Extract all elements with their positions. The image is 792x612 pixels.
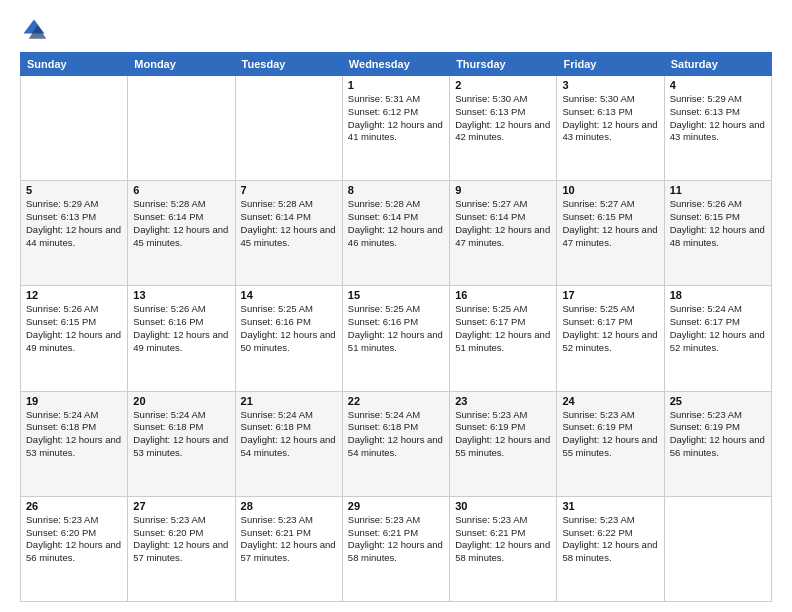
weekday-header-wednesday: Wednesday	[342, 53, 449, 76]
header	[20, 16, 772, 44]
day-info: Sunrise: 5:25 AM Sunset: 6:17 PM Dayligh…	[455, 303, 551, 354]
calendar-cell: 4Sunrise: 5:29 AM Sunset: 6:13 PM Daylig…	[664, 76, 771, 181]
day-info: Sunrise: 5:24 AM Sunset: 6:18 PM Dayligh…	[133, 409, 229, 460]
calendar-cell: 3Sunrise: 5:30 AM Sunset: 6:13 PM Daylig…	[557, 76, 664, 181]
calendar-cell: 1Sunrise: 5:31 AM Sunset: 6:12 PM Daylig…	[342, 76, 449, 181]
calendar-cell: 5Sunrise: 5:29 AM Sunset: 6:13 PM Daylig…	[21, 181, 128, 286]
weekday-header-row: SundayMondayTuesdayWednesdayThursdayFrid…	[21, 53, 772, 76]
calendar-week-2: 5Sunrise: 5:29 AM Sunset: 6:13 PM Daylig…	[21, 181, 772, 286]
day-info: Sunrise: 5:27 AM Sunset: 6:15 PM Dayligh…	[562, 198, 658, 249]
calendar-cell: 18Sunrise: 5:24 AM Sunset: 6:17 PM Dayli…	[664, 286, 771, 391]
day-number: 15	[348, 289, 444, 301]
calendar-cell: 11Sunrise: 5:26 AM Sunset: 6:15 PM Dayli…	[664, 181, 771, 286]
calendar-cell: 7Sunrise: 5:28 AM Sunset: 6:14 PM Daylig…	[235, 181, 342, 286]
day-info: Sunrise: 5:23 AM Sunset: 6:21 PM Dayligh…	[348, 514, 444, 565]
calendar-cell: 28Sunrise: 5:23 AM Sunset: 6:21 PM Dayli…	[235, 496, 342, 601]
day-number: 16	[455, 289, 551, 301]
calendar-cell: 31Sunrise: 5:23 AM Sunset: 6:22 PM Dayli…	[557, 496, 664, 601]
day-number: 4	[670, 79, 766, 91]
calendar-cell: 24Sunrise: 5:23 AM Sunset: 6:19 PM Dayli…	[557, 391, 664, 496]
calendar-cell: 22Sunrise: 5:24 AM Sunset: 6:18 PM Dayli…	[342, 391, 449, 496]
day-info: Sunrise: 5:27 AM Sunset: 6:14 PM Dayligh…	[455, 198, 551, 249]
calendar-cell: 20Sunrise: 5:24 AM Sunset: 6:18 PM Dayli…	[128, 391, 235, 496]
day-number: 22	[348, 395, 444, 407]
day-info: Sunrise: 5:25 AM Sunset: 6:16 PM Dayligh…	[241, 303, 337, 354]
calendar-cell	[128, 76, 235, 181]
day-info: Sunrise: 5:24 AM Sunset: 6:18 PM Dayligh…	[348, 409, 444, 460]
day-info: Sunrise: 5:23 AM Sunset: 6:19 PM Dayligh…	[562, 409, 658, 460]
day-number: 28	[241, 500, 337, 512]
day-info: Sunrise: 5:25 AM Sunset: 6:17 PM Dayligh…	[562, 303, 658, 354]
day-number: 23	[455, 395, 551, 407]
calendar-week-4: 19Sunrise: 5:24 AM Sunset: 6:18 PM Dayli…	[21, 391, 772, 496]
calendar-cell: 10Sunrise: 5:27 AM Sunset: 6:15 PM Dayli…	[557, 181, 664, 286]
day-info: Sunrise: 5:28 AM Sunset: 6:14 PM Dayligh…	[133, 198, 229, 249]
calendar-cell: 29Sunrise: 5:23 AM Sunset: 6:21 PM Dayli…	[342, 496, 449, 601]
day-number: 2	[455, 79, 551, 91]
day-info: Sunrise: 5:31 AM Sunset: 6:12 PM Dayligh…	[348, 93, 444, 144]
day-number: 17	[562, 289, 658, 301]
calendar-cell: 21Sunrise: 5:24 AM Sunset: 6:18 PM Dayli…	[235, 391, 342, 496]
day-number: 26	[26, 500, 122, 512]
weekday-header-tuesday: Tuesday	[235, 53, 342, 76]
weekday-header-sunday: Sunday	[21, 53, 128, 76]
calendar-cell: 23Sunrise: 5:23 AM Sunset: 6:19 PM Dayli…	[450, 391, 557, 496]
day-number: 6	[133, 184, 229, 196]
day-info: Sunrise: 5:30 AM Sunset: 6:13 PM Dayligh…	[562, 93, 658, 144]
calendar-cell	[235, 76, 342, 181]
calendar-cell: 27Sunrise: 5:23 AM Sunset: 6:20 PM Dayli…	[128, 496, 235, 601]
day-info: Sunrise: 5:25 AM Sunset: 6:16 PM Dayligh…	[348, 303, 444, 354]
day-number: 12	[26, 289, 122, 301]
day-info: Sunrise: 5:29 AM Sunset: 6:13 PM Dayligh…	[670, 93, 766, 144]
day-number: 19	[26, 395, 122, 407]
day-number: 14	[241, 289, 337, 301]
day-info: Sunrise: 5:24 AM Sunset: 6:18 PM Dayligh…	[241, 409, 337, 460]
calendar-cell: 6Sunrise: 5:28 AM Sunset: 6:14 PM Daylig…	[128, 181, 235, 286]
day-number: 7	[241, 184, 337, 196]
calendar-page: SundayMondayTuesdayWednesdayThursdayFrid…	[0, 0, 792, 612]
day-number: 11	[670, 184, 766, 196]
day-number: 31	[562, 500, 658, 512]
calendar-cell: 2Sunrise: 5:30 AM Sunset: 6:13 PM Daylig…	[450, 76, 557, 181]
calendar-week-5: 26Sunrise: 5:23 AM Sunset: 6:20 PM Dayli…	[21, 496, 772, 601]
calendar-cell	[21, 76, 128, 181]
calendar-cell: 9Sunrise: 5:27 AM Sunset: 6:14 PM Daylig…	[450, 181, 557, 286]
calendar-cell: 25Sunrise: 5:23 AM Sunset: 6:19 PM Dayli…	[664, 391, 771, 496]
day-number: 9	[455, 184, 551, 196]
calendar-cell: 14Sunrise: 5:25 AM Sunset: 6:16 PM Dayli…	[235, 286, 342, 391]
day-info: Sunrise: 5:28 AM Sunset: 6:14 PM Dayligh…	[348, 198, 444, 249]
day-number: 29	[348, 500, 444, 512]
calendar-cell: 16Sunrise: 5:25 AM Sunset: 6:17 PM Dayli…	[450, 286, 557, 391]
day-info: Sunrise: 5:23 AM Sunset: 6:21 PM Dayligh…	[455, 514, 551, 565]
day-number: 18	[670, 289, 766, 301]
day-info: Sunrise: 5:23 AM Sunset: 6:20 PM Dayligh…	[26, 514, 122, 565]
calendar-week-3: 12Sunrise: 5:26 AM Sunset: 6:15 PM Dayli…	[21, 286, 772, 391]
calendar-cell: 12Sunrise: 5:26 AM Sunset: 6:15 PM Dayli…	[21, 286, 128, 391]
day-number: 13	[133, 289, 229, 301]
day-number: 24	[562, 395, 658, 407]
calendar-cell: 19Sunrise: 5:24 AM Sunset: 6:18 PM Dayli…	[21, 391, 128, 496]
calendar-cell: 8Sunrise: 5:28 AM Sunset: 6:14 PM Daylig…	[342, 181, 449, 286]
calendar-cell: 30Sunrise: 5:23 AM Sunset: 6:21 PM Dayli…	[450, 496, 557, 601]
day-info: Sunrise: 5:23 AM Sunset: 6:22 PM Dayligh…	[562, 514, 658, 565]
day-number: 10	[562, 184, 658, 196]
day-info: Sunrise: 5:23 AM Sunset: 6:20 PM Dayligh…	[133, 514, 229, 565]
weekday-header-monday: Monday	[128, 53, 235, 76]
day-info: Sunrise: 5:24 AM Sunset: 6:17 PM Dayligh…	[670, 303, 766, 354]
calendar-cell: 15Sunrise: 5:25 AM Sunset: 6:16 PM Dayli…	[342, 286, 449, 391]
logo	[20, 16, 52, 44]
day-number: 27	[133, 500, 229, 512]
calendar-cell: 26Sunrise: 5:23 AM Sunset: 6:20 PM Dayli…	[21, 496, 128, 601]
day-info: Sunrise: 5:23 AM Sunset: 6:19 PM Dayligh…	[455, 409, 551, 460]
day-info: Sunrise: 5:26 AM Sunset: 6:16 PM Dayligh…	[133, 303, 229, 354]
day-info: Sunrise: 5:26 AM Sunset: 6:15 PM Dayligh…	[26, 303, 122, 354]
day-info: Sunrise: 5:30 AM Sunset: 6:13 PM Dayligh…	[455, 93, 551, 144]
day-number: 25	[670, 395, 766, 407]
day-info: Sunrise: 5:24 AM Sunset: 6:18 PM Dayligh…	[26, 409, 122, 460]
calendar-table: SundayMondayTuesdayWednesdayThursdayFrid…	[20, 52, 772, 602]
day-info: Sunrise: 5:28 AM Sunset: 6:14 PM Dayligh…	[241, 198, 337, 249]
calendar-week-1: 1Sunrise: 5:31 AM Sunset: 6:12 PM Daylig…	[21, 76, 772, 181]
weekday-header-friday: Friday	[557, 53, 664, 76]
day-info: Sunrise: 5:23 AM Sunset: 6:21 PM Dayligh…	[241, 514, 337, 565]
day-number: 1	[348, 79, 444, 91]
